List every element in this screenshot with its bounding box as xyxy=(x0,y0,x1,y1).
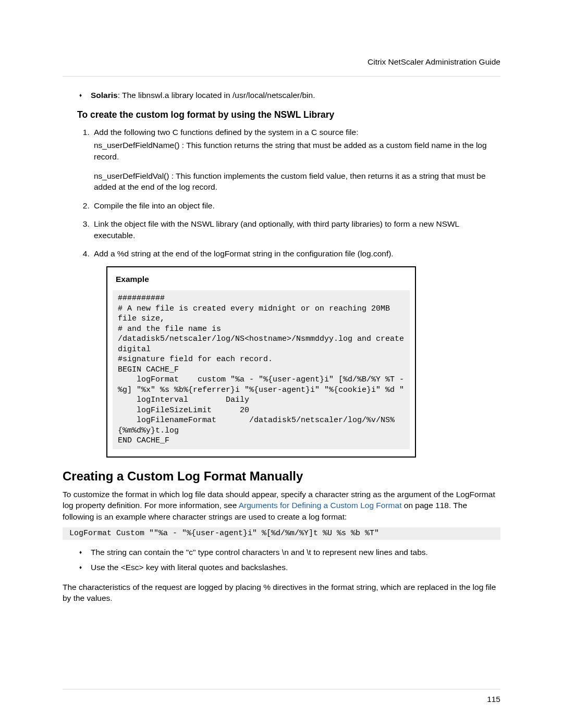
manual-paragraph-1: To customize the format in which log fil… xyxy=(63,489,500,522)
section-heading-nswl: To create the custom log format by using… xyxy=(77,109,500,120)
page-content: Solaris: The libnswl.a library located i… xyxy=(63,90,500,604)
manual-bullet-2-text: Use the <Esc> key with literal quotes an… xyxy=(91,563,288,572)
logformat-code: LogFormat Custom ""%a - "%{user-agent}i"… xyxy=(63,527,500,540)
step-4: Add a %d string at the end of the logFor… xyxy=(92,248,500,259)
example-label: Example xyxy=(116,275,407,284)
page-footer: 115 xyxy=(63,689,500,695)
example-code: ########## # A new file is created every… xyxy=(113,290,410,449)
solaris-text: : The libnswl.a library located in /usr/… xyxy=(118,91,315,100)
page-header: Citrix NetScaler Administration Guide xyxy=(63,57,500,77)
xref-link-custom-log-format[interactable]: Arguments for Defining a Custom Log Form… xyxy=(239,501,402,510)
manual-bullet-2: Use the <Esc> key with literal quotes an… xyxy=(89,562,500,573)
step-1: Add the following two C functions define… xyxy=(92,127,500,193)
step-1-para-2: ns_userDefFieldVal() : This function imp… xyxy=(94,170,500,193)
steps-list: Add the following two C functions define… xyxy=(77,127,500,259)
step-1-para-1: ns_userDefFieldName() : This function re… xyxy=(94,140,500,162)
solaris-item: Solaris: The libnswl.a library located i… xyxy=(89,90,500,101)
page-number: 115 xyxy=(487,695,500,704)
example-box: Example ########## # A new file is creat… xyxy=(106,266,416,458)
section-heading-manual: Creating a Custom Log Format Manually xyxy=(63,469,500,484)
header-title: Citrix NetScaler Administration Guide xyxy=(368,57,500,67)
manual-paragraph-2: The characteristics of the request are l… xyxy=(63,582,500,604)
step-2-text: Compile the file into an object file. xyxy=(94,201,215,210)
manual-bullets: The string can contain the "c" type cont… xyxy=(77,547,500,573)
solaris-list: Solaris: The libnswl.a library located i… xyxy=(77,90,500,101)
step-3: Link the object file with the NSWL libra… xyxy=(92,218,500,241)
manual-bullet-1: The string can contain the "c" type cont… xyxy=(89,547,500,558)
step-3-text: Link the object file with the NSWL libra… xyxy=(94,219,459,239)
step-2: Compile the file into an object file. xyxy=(92,200,500,211)
step-1-intro: Add the following two C functions define… xyxy=(94,128,358,137)
solaris-label: Solaris xyxy=(91,91,118,100)
page: Citrix NetScaler Administration Guide So… xyxy=(0,0,563,604)
manual-bullet-1-text: The string can contain the "c" type cont… xyxy=(91,548,428,557)
step-4-text: Add a %d string at the end of the logFor… xyxy=(94,249,394,258)
